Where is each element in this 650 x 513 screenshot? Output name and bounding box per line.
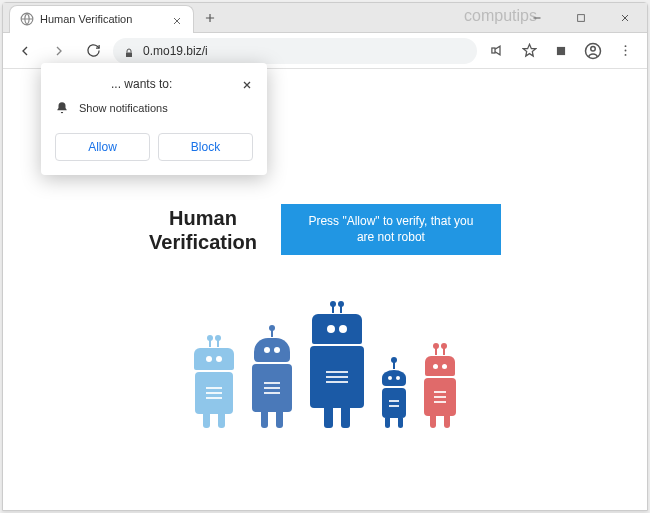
- back-button[interactable]: [11, 37, 39, 65]
- url-input[interactable]: [143, 44, 467, 58]
- robot-icon-5: [424, 347, 456, 428]
- titlebar: Human Verification computips: [3, 3, 647, 33]
- menu-icon[interactable]: [611, 37, 639, 65]
- new-tab-button[interactable]: [198, 6, 222, 30]
- omnibox[interactable]: [113, 38, 477, 64]
- tab-close-icon[interactable]: [171, 13, 183, 25]
- popup-permission-text: Show notifications: [79, 102, 168, 114]
- robots-illustration: [194, 305, 456, 428]
- page-heading: Human Verification: [149, 206, 257, 254]
- lock-icon: [123, 45, 135, 57]
- minimize-button[interactable]: [515, 3, 559, 33]
- browser-window: Human Verification computips: [2, 2, 648, 511]
- page-content: ... wants to: Show notifications Allow B…: [3, 69, 647, 510]
- robot-icon-3: [310, 305, 364, 428]
- block-button[interactable]: Block: [158, 133, 253, 161]
- popup-title: ... wants to:: [111, 77, 172, 91]
- tab-title: Human Verification: [40, 13, 165, 25]
- share-icon[interactable]: [483, 37, 511, 65]
- window-controls: [515, 3, 647, 33]
- svg-point-9: [624, 54, 626, 56]
- globe-icon: [20, 12, 34, 26]
- svg-rect-1: [578, 15, 585, 22]
- robot-icon-4: [382, 361, 406, 428]
- close-window-button[interactable]: [603, 3, 647, 33]
- profile-icon[interactable]: [579, 37, 607, 65]
- svg-rect-3: [491, 48, 494, 53]
- browser-tab[interactable]: Human Verification: [9, 5, 194, 33]
- svg-rect-2: [126, 52, 132, 57]
- maximize-button[interactable]: [559, 3, 603, 33]
- popup-close-button[interactable]: [241, 77, 253, 89]
- bell-icon: [55, 101, 69, 115]
- notification-permission-popup: ... wants to: Show notifications Allow B…: [41, 63, 267, 175]
- extensions-icon[interactable]: [547, 37, 575, 65]
- press-allow-banner: Press "Allow" to verify, that you are no…: [281, 204, 501, 255]
- svg-point-8: [624, 50, 626, 52]
- bookmark-icon[interactable]: [515, 37, 543, 65]
- svg-rect-4: [557, 46, 565, 54]
- robot-icon-2: [252, 329, 292, 428]
- svg-point-7: [624, 45, 626, 47]
- allow-button[interactable]: Allow: [55, 133, 150, 161]
- heading-line-2: Verification: [149, 231, 257, 253]
- reload-button[interactable]: [79, 37, 107, 65]
- forward-button[interactable]: [45, 37, 73, 65]
- heading-line-1: Human: [169, 207, 237, 229]
- svg-point-6: [591, 46, 596, 51]
- robot-icon-1: [194, 339, 234, 428]
